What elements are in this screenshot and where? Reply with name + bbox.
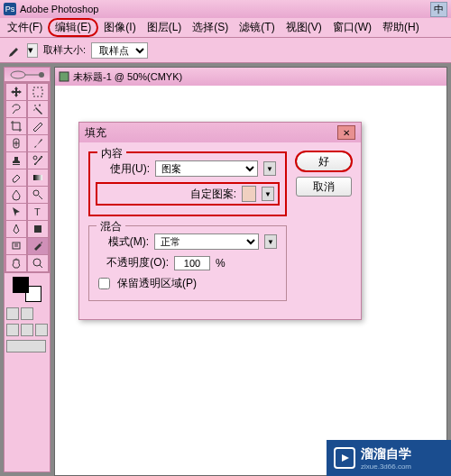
color-swatches	[5, 273, 50, 306]
screen-mode-row	[5, 322, 50, 338]
document-canvas[interactable]: 填充 ✕ 内容 使用(U): 图案 ▼	[55, 86, 446, 475]
toolbox: T	[4, 67, 51, 472]
dialog-buttons: 好 取消	[296, 151, 352, 310]
pen-tool[interactable]	[6, 221, 26, 237]
app-title: Adobe Photoshop	[20, 4, 430, 14]
document-window: 未标题-1 @ 50%(CMYK) 填充 ✕ 内容	[54, 67, 447, 476]
blur-tool[interactable]	[6, 187, 26, 203]
sample-size-label: 取样大小:	[43, 43, 86, 57]
path-select-tool[interactable]	[6, 204, 26, 220]
svg-rect-5	[33, 175, 42, 180]
opacity-input[interactable]	[174, 256, 210, 270]
svg-rect-8	[34, 225, 41, 233]
standard-mode[interactable]	[6, 307, 19, 320]
healing-tool[interactable]	[6, 135, 26, 151]
canvas-area: 未标题-1 @ 50%(CMYK) 填充 ✕ 内容	[51, 63, 451, 476]
ok-button[interactable]: 好	[296, 151, 352, 171]
ext-button[interactable]: 中	[430, 2, 447, 17]
menu-layer[interactable]: 图层(L)	[142, 18, 188, 37]
watermark-icon	[334, 447, 355, 469]
opacity-label: 不透明度(O):	[98, 255, 169, 270]
eyedropper-tool[interactable]	[28, 238, 48, 254]
mode-select[interactable]: 正常	[154, 233, 259, 250]
svg-point-4	[33, 156, 37, 160]
shape-tool[interactable]	[28, 221, 48, 237]
opacity-unit: %	[216, 257, 226, 270]
mode-label: 模式(M):	[98, 234, 149, 250]
watermark-text: 溜溜自学	[361, 446, 411, 462]
preserve-label: 保留透明区域(P)	[117, 276, 197, 291]
wand-tool[interactable]	[28, 101, 48, 117]
foreground-color[interactable]	[13, 277, 29, 293]
zoom-tool[interactable]	[28, 255, 48, 271]
lasso-tool[interactable]	[6, 101, 26, 117]
svg-point-0	[11, 71, 25, 78]
crop-tool[interactable]	[6, 118, 26, 134]
cancel-button[interactable]: 取消	[296, 177, 352, 197]
notes-tool[interactable]	[6, 238, 26, 254]
svg-rect-2	[33, 87, 42, 96]
toolbox-header[interactable]	[5, 68, 50, 82]
opacity-row: 不透明度(O): %	[98, 255, 277, 270]
custom-pattern-label: 自定图案:	[101, 187, 236, 202]
menubar: 文件(F) 编辑(E) 图像(I) 图层(L) 选择(S) 滤镜(T) 视图(V…	[0, 18, 451, 38]
dodge-tool[interactable]	[28, 187, 48, 203]
document-icon	[59, 71, 69, 82]
history-brush-tool[interactable]	[28, 152, 48, 169]
dialog-title-text: 填充	[85, 125, 106, 141]
screen-full-menu[interactable]	[21, 324, 33, 336]
hand-tool[interactable]	[6, 255, 26, 271]
tool-grid: T	[5, 82, 50, 273]
screen-full[interactable]	[35, 324, 48, 336]
content-fieldset: 内容 使用(U): 图案 ▼ 自定图案: ▼	[88, 151, 287, 216]
blend-fieldset: 混合 模式(M): 正常 ▼ 不透明度(O): %	[88, 225, 287, 301]
fill-dialog: 填充 ✕ 内容 使用(U): 图案 ▼	[78, 122, 362, 320]
move-tool[interactable]	[6, 84, 26, 100]
document-titlebar[interactable]: 未标题-1 @ 50%(CMYK)	[55, 68, 446, 86]
eyedropper-icon	[5, 42, 22, 59]
use-row: 使用(U): 图案 ▼	[99, 160, 276, 177]
workspace: T 未	[0, 63, 451, 476]
eraser-tool[interactable]	[6, 169, 26, 186]
screen-standard[interactable]	[6, 324, 19, 336]
menu-help[interactable]: 帮助(H)	[377, 18, 425, 37]
menu-window[interactable]: 窗口(W)	[327, 18, 377, 37]
menu-image[interactable]: 图像(I)	[98, 18, 141, 37]
preserve-checkbox[interactable]	[98, 278, 110, 289]
quickmask-mode[interactable]	[21, 307, 33, 320]
menu-filter[interactable]: 滤镜(T)	[234, 18, 280, 37]
svg-rect-11	[60, 72, 69, 81]
marquee-tool[interactable]	[28, 84, 48, 100]
menu-select[interactable]: 选择(S)	[187, 18, 234, 37]
stamp-tool[interactable]	[6, 152, 26, 169]
menu-file[interactable]: 文件(F)	[2, 18, 48, 37]
dialog-close-button[interactable]: ✕	[337, 125, 355, 140]
menu-edit[interactable]: 编辑(E)	[48, 18, 98, 37]
mode-row: 模式(M): 正常 ▼	[98, 233, 277, 250]
color-swatch-pair	[13, 277, 41, 302]
svg-point-10	[33, 259, 41, 266]
tool-preset-dropdown[interactable]: ▾	[27, 43, 38, 58]
jump-to-imageready[interactable]	[6, 340, 46, 352]
svg-point-6	[33, 190, 39, 196]
jump-row	[5, 338, 50, 354]
mode-dropdown-arrow[interactable]: ▼	[264, 234, 277, 249]
type-tool[interactable]: T	[28, 204, 48, 220]
watermark: 溜溜自学 zixue.3d66.com	[327, 440, 451, 476]
custom-pattern-row: 自定图案: ▼	[96, 182, 280, 206]
sample-size-select[interactable]: 取样点	[91, 42, 148, 59]
brush-tool[interactable]	[28, 135, 48, 151]
dialog-left: 内容 使用(U): 图案 ▼ 自定图案: ▼	[88, 151, 287, 310]
use-select[interactable]: 图案	[155, 160, 258, 177]
pattern-dropdown-arrow[interactable]: ▼	[262, 187, 274, 201]
use-dropdown-arrow[interactable]: ▼	[263, 161, 276, 176]
gradient-tool[interactable]	[28, 169, 48, 186]
dialog-titlebar[interactable]: 填充 ✕	[79, 123, 361, 142]
use-label: 使用(U):	[99, 161, 150, 177]
optionbar: ▾ 取样大小: 取样点	[0, 38, 451, 63]
slice-tool[interactable]	[28, 118, 48, 134]
menu-view[interactable]: 视图(V)	[281, 18, 327, 37]
pattern-swatch[interactable]	[242, 186, 256, 202]
titlebar: Ps Adobe Photoshop 中	[0, 0, 451, 18]
blend-legend: 混合	[97, 219, 125, 234]
